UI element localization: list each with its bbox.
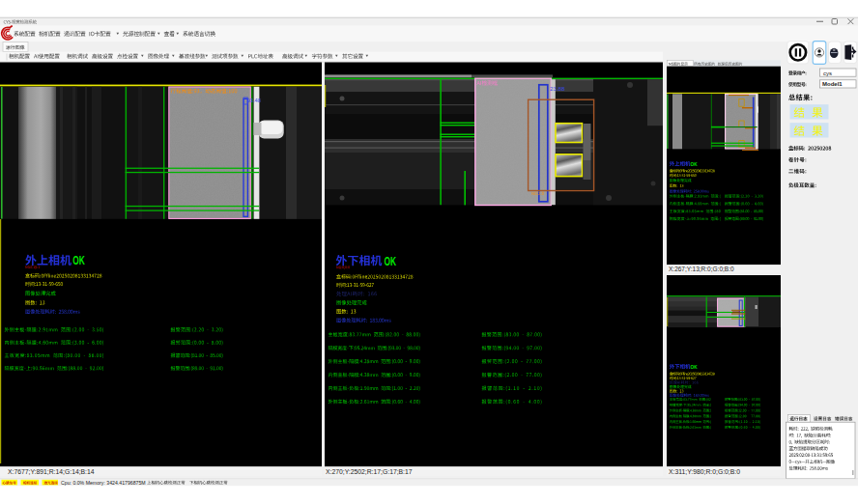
svg-text:OK: OK: [385, 254, 397, 268]
svg-text:OK: OK: [691, 363, 698, 370]
svg-text:X:267;Y:13;R:0;G:0;B:0: X:267;Y:13;R:0;G:0;B:0: [669, 266, 734, 272]
svg-text:23.88: 23.88: [550, 85, 565, 92]
svg-text:X:7677;Y:891;R:14;G:14;B:14: X:7677;Y:891;R:14;G:14;B:14: [8, 468, 95, 475]
svg-text:X:270;Y:2502;R:17;G:17;B:17: X:270;Y:2502;R:17;G:17;B:17: [326, 468, 413, 475]
svg-text:93.48: 93.48: [247, 98, 262, 103]
svg-text:OK: OK: [691, 160, 698, 167]
svg-text:cys: cys: [823, 70, 832, 76]
svg-text:OK: OK: [72, 253, 85, 267]
svg-text:X:311;Y:980;R:0;G:0;B:0: X:311;Y:980;R:0;G:0;B:0: [669, 468, 740, 475]
svg-text:Cpu: 0.0% Memory: 3424.4179687: Cpu: 0.0% Memory: 3424.41796875M: [61, 480, 146, 486]
svg-text:Model1: Model1: [822, 81, 843, 87]
